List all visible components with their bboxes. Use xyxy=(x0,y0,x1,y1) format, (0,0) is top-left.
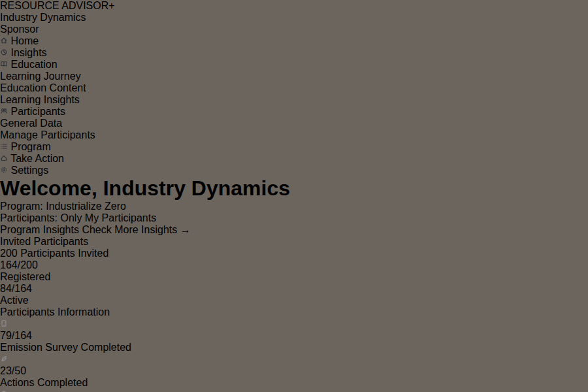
room-background xyxy=(0,0,588,392)
